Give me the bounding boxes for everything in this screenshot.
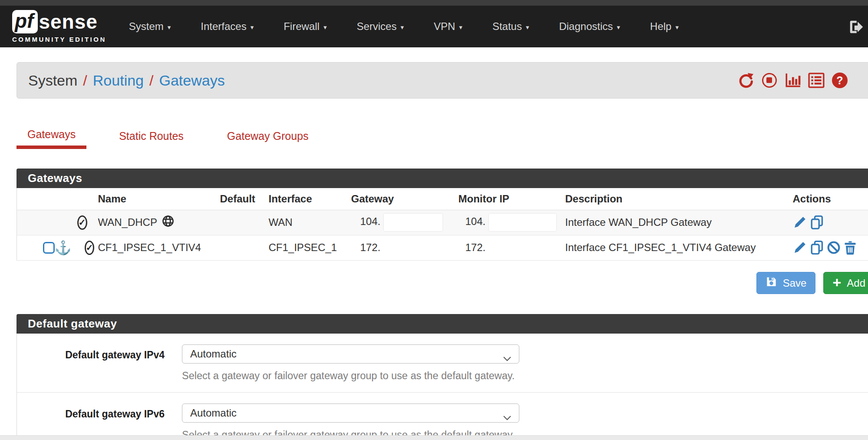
chevron-down-icon: ▾ (168, 23, 171, 30)
tab-static-routes[interactable]: Static Routes (108, 123, 195, 149)
default-gateway-ipv4-help: Select a gateway or failover gateway gro… (182, 370, 521, 382)
col-header-status (17, 188, 91, 210)
gateway-online-icon: ✓ (85, 241, 95, 255)
gateway-address: 172. (345, 235, 453, 260)
col-header-interface: Interface (256, 188, 345, 210)
top-strip (0, 0, 868, 6)
gateways-panel: Gateways Name Default Interface Gateway … (17, 169, 868, 261)
nav-item-diagnostics[interactable]: Diagnostics ▾ (559, 20, 620, 33)
pfsense-logo[interactable]: pf sense COMMUNITY EDITION (12, 10, 106, 43)
logo-edition: COMMUNITY EDITION (12, 36, 106, 43)
gateway-interface: CF1_IPSEC_1 (256, 235, 345, 260)
edit-icon[interactable] (793, 241, 807, 255)
anchor-icon: ⚓ (55, 241, 72, 255)
form-action-buttons: Save + Add (756, 272, 868, 294)
page-bottom-strip (0, 435, 868, 440)
nav-item-firewall[interactable]: Firewall ▾ (284, 20, 327, 33)
chevron-down-icon: ▾ (323, 23, 327, 30)
gateways-panel-title: Gateways (17, 169, 868, 188)
monitor-ip: 172. (453, 235, 562, 260)
breadcrumb-system: System (28, 72, 77, 89)
nav-item-status[interactable]: Status ▾ (492, 20, 529, 33)
save-icon (766, 276, 777, 290)
gateway-name: WAN_DHCP (98, 216, 157, 228)
globe-icon (162, 215, 175, 230)
default-gateway-ipv4-label: Default gateway IPv4 (17, 344, 165, 382)
default-gateway-ipv6-select[interactable]: Automatic (182, 404, 519, 423)
plus-icon: + (832, 275, 841, 291)
breadcrumb-gateways-link[interactable]: Gateways (159, 72, 224, 89)
default-gateway-ipv4-select[interactable]: Automatic (182, 344, 519, 364)
stop-icon[interactable] (761, 72, 778, 89)
tab-gateway-groups[interactable]: Gateway Groups (216, 123, 320, 149)
gateway-address: 104. (360, 215, 381, 227)
logo-pf: pf (12, 10, 38, 33)
copy-icon[interactable] (810, 215, 824, 230)
tab-gateways[interactable]: Gateways (17, 123, 86, 149)
copy-icon[interactable] (810, 240, 824, 255)
chevron-down-icon: ▾ (617, 23, 620, 30)
sign-out-icon[interactable] (848, 19, 865, 37)
table-row-wan-dhcp: ✓ WAN_DHCP WAN (17, 210, 868, 235)
col-header-name: Name (91, 188, 217, 210)
chevron-down-icon: ▾ (400, 23, 404, 30)
chart-icon[interactable] (785, 72, 801, 89)
gateway-online-icon: ✓ (77, 215, 87, 230)
default-gateway-panel: Default gateway Default gateway IPv4 Aut… (17, 314, 868, 440)
default-gateway-panel-title: Default gateway (17, 314, 868, 334)
col-header-actions: Actions (779, 188, 868, 210)
col-header-default: Default (217, 188, 256, 210)
form-row-ipv6: Default gateway IPv6 Automatic Select a … (17, 392, 868, 440)
logo-sense: sense (39, 10, 97, 33)
gateway-default (217, 235, 256, 260)
chevron-down-icon: ▾ (251, 23, 254, 30)
chevron-down-icon: ▾ (526, 23, 529, 30)
tab-bar: Gateways Static Routes Gateway Groups (17, 123, 319, 149)
nav-item-vpn[interactable]: VPN ▾ (434, 20, 462, 33)
chevron-down-icon (503, 352, 512, 364)
nav-item-help[interactable]: Help ▾ (650, 20, 679, 33)
form-row-ipv4: Default gateway IPv4 Automatic Select a … (17, 334, 868, 392)
square-icon (43, 242, 55, 254)
breadcrumb-actions: ? (738, 63, 848, 98)
edit-icon[interactable] (793, 215, 807, 229)
chevron-down-icon: ▾ (675, 23, 679, 30)
breadcrumb-bar: System / Routing / Gateways (17, 62, 868, 99)
add-button[interactable]: + Add (823, 272, 868, 294)
gateway-description: Interface CF1_IPSEC_1_VTIV4 Gateway (562, 235, 779, 260)
delete-icon[interactable] (844, 241, 857, 255)
log-icon[interactable] (808, 72, 825, 89)
nav-item-interfaces[interactable]: Interfaces ▾ (201, 20, 254, 33)
gateway-name: CF1_IPSEC_1_VTIV4 (98, 242, 201, 254)
redaction-box (489, 214, 556, 231)
navbar: pf sense COMMUNITY EDITION System ▾ Inte… (0, 6, 868, 47)
gateways-table: Name Default Interface Gateway Monitor I… (17, 188, 868, 261)
breadcrumb-routing-link[interactable]: Routing (93, 72, 144, 89)
gateway-description: Interface WAN_DHCP Gateway (562, 210, 779, 235)
col-header-description: Description (562, 188, 779, 210)
chevron-down-icon (503, 411, 512, 423)
help-icon[interactable]: ? (832, 72, 848, 89)
col-header-monitor-ip: Monitor IP (453, 188, 562, 210)
disable-icon[interactable] (827, 241, 841, 255)
redaction-box (384, 214, 442, 231)
gateway-default (217, 210, 256, 235)
table-row-cf1-ipsec: ⚓ ✓ CF1_IPSEC_1_VTIV4 CF1_IPSEC_1 172. 1… (17, 235, 868, 260)
gateway-interface: WAN (256, 210, 345, 235)
nav-item-services[interactable]: Services ▾ (356, 20, 404, 33)
nav-item-system[interactable]: System ▾ (129, 20, 171, 33)
default-gateway-ipv6-label: Default gateway IPv6 (17, 404, 165, 440)
monitor-ip: 104. (465, 215, 486, 227)
nav-menu: System ▾ Interfaces ▾ Firewall ▾ Service… (129, 20, 679, 33)
chevron-down-icon: ▾ (459, 23, 462, 30)
col-header-gateway: Gateway (345, 188, 453, 210)
save-button[interactable]: Save (756, 272, 816, 294)
breadcrumb: System / Routing / Gateways (28, 72, 225, 89)
refresh-icon[interactable] (738, 72, 754, 89)
